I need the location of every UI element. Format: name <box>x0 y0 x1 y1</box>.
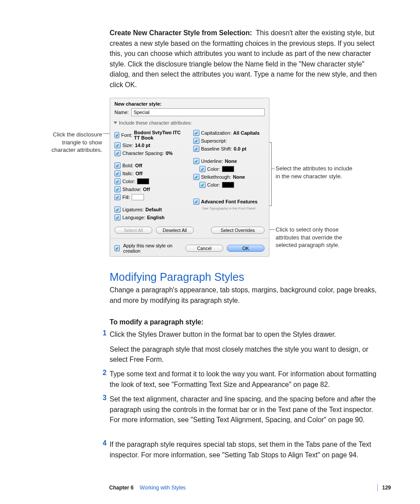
step-number: 3 <box>99 394 107 402</box>
attr-strike-color[interactable]: ✓Color: <box>199 182 265 188</box>
attr-bold[interactable]: ✓Bold: Off <box>114 162 186 169</box>
checkbox-icon[interactable]: ✓ <box>199 182 206 188</box>
attr-fill[interactable]: ✓Fill: <box>114 194 186 200</box>
step-2: 2 Type some text and format it to look t… <box>99 369 380 390</box>
step-text: Select the paragraph style that most clo… <box>110 344 380 365</box>
checkbox-icon[interactable]: ✓ <box>193 138 199 144</box>
apply-label: Apply this new style on creation <box>123 243 178 254</box>
intro-text: This doesn't alter the existing style, b… <box>110 29 377 88</box>
attr-language[interactable]: ✓Language: English <box>114 214 186 221</box>
cancel-button[interactable]: Cancel <box>185 245 223 252</box>
checkbox-icon[interactable]: ✓ <box>114 170 121 177</box>
checkbox-icon[interactable]: ✓ <box>114 194 121 200</box>
disclosure-toggle[interactable]: Include these character attributes: <box>110 119 269 128</box>
step-text: If the paragraph style requires special … <box>110 439 380 460</box>
callout-disclosure: Click the disclosure triangle to show ch… <box>41 131 102 154</box>
checkbox-icon[interactable]: ✓ <box>193 130 199 136</box>
intro-paragraph: Create New Character Style from Selectio… <box>110 28 380 90</box>
attr-ligatures[interactable]: ✓Ligatures: Default <box>114 206 186 213</box>
attr-strike[interactable]: ✓Strikethrough: None <box>193 174 265 180</box>
divider <box>110 238 269 239</box>
select-all-button[interactable]: Select All <box>114 227 152 234</box>
page-footer: Chapter 6 Working with Styles 129 <box>109 484 391 492</box>
footer-divider <box>377 484 378 492</box>
attr-baseline[interactable]: ✓Baseline Shift: 0.0 pt <box>193 146 265 152</box>
step-1: 1 Click the Styles Drawer button in the … <box>99 329 380 365</box>
ok-button[interactable]: OK <box>227 245 265 252</box>
checkbox-icon[interactable]: ✓ <box>114 186 121 192</box>
page-number: 129 <box>382 485 391 491</box>
attr-advanced[interactable]: ✓Advanced Font Features <box>193 199 265 205</box>
step-4: 4 If the paragraph style requires specia… <box>99 439 380 460</box>
step-text: Click the Styles Drawer button in the fo… <box>110 329 380 340</box>
attr-font[interactable]: ✓Font: Bodoni SvtyTwo ITC TT Book <box>114 130 186 140</box>
attr-italic[interactable]: ✓Italic: Off <box>114 170 186 177</box>
chevron-down-icon <box>114 121 117 124</box>
step-text: Set the text alignment, character and li… <box>110 394 380 425</box>
attr-underline[interactable]: ✓Underline: None <box>193 158 265 164</box>
callout-overrides: Click to select only those attributes th… <box>276 226 364 249</box>
checkbox-icon[interactable]: ✓ <box>114 150 121 156</box>
dialog-title: New character style: <box>110 98 269 108</box>
name-label: Name: <box>114 110 129 115</box>
attr-color[interactable]: ✓Color: <box>114 178 186 184</box>
step-number: 4 <box>99 439 107 447</box>
chapter-title: Working with Styles <box>140 485 185 491</box>
name-input[interactable] <box>131 108 265 116</box>
callout-select-attrs: Select the attributes to include in the … <box>276 165 355 180</box>
step-3: 3 Set the text alignment, character and … <box>99 394 380 425</box>
chapter-label: Chapter 6 <box>109 485 133 491</box>
attr-shadow[interactable]: ✓Shadow: Off <box>114 186 186 192</box>
attr-capitalization[interactable]: ✓Capitalization: All Capitals <box>193 130 265 136</box>
checkbox-icon[interactable]: ✓ <box>114 162 121 169</box>
new-char-style-dialog: New character style: Name: Include these… <box>110 98 269 257</box>
checkbox-icon[interactable]: ✓ <box>193 199 199 205</box>
attr-charspacing[interactable]: ✓Character Spacing: 0% <box>114 150 186 156</box>
section-subhead: To modify a paragraph style: <box>110 318 203 326</box>
disclosure-label: Include these character attributes: <box>119 120 192 125</box>
checkbox-icon[interactable]: ✓ <box>114 178 121 184</box>
attr-underline-color[interactable]: ✓Color: <box>199 166 265 172</box>
checkbox-icon[interactable]: ✓ <box>199 166 206 172</box>
step-number: 2 <box>99 369 107 377</box>
checkbox-icon[interactable]: ✓ <box>114 206 121 213</box>
section-heading: Modifying Paragraph Styles <box>110 271 244 283</box>
intro-bold: Create New Character Style from Selectio… <box>110 29 252 37</box>
color-swatch <box>222 182 234 188</box>
deselect-all-button[interactable]: Deselect All <box>156 227 194 234</box>
checkbox-icon[interactable]: ✓ <box>114 142 121 148</box>
color-swatch <box>137 178 149 184</box>
step-number: 1 <box>99 329 107 337</box>
checkbox-icon[interactable]: ✓ <box>114 214 121 221</box>
checkbox-icon[interactable]: ✓ <box>193 146 199 152</box>
callout-line <box>271 169 275 169</box>
checkbox-icon[interactable]: ✓ <box>193 174 199 180</box>
fill-swatch <box>132 194 144 200</box>
attr-superscript[interactable]: ✓Superscript: <box>193 138 265 144</box>
attr-col-left: ✓Font: Bodoni SvtyTwo ITC TT Book ✓Size:… <box>114 130 186 221</box>
select-overrides-button[interactable]: Select Overrides <box>211 227 265 234</box>
attr-col-right: ✓Capitalization: All Capitals ✓Superscri… <box>193 130 265 221</box>
section-lead: Change a paragraph's appearance, tab sto… <box>110 285 380 305</box>
color-swatch <box>222 166 234 172</box>
advanced-note: See Typography in the Font Panel <box>193 206 265 210</box>
checkbox-icon[interactable]: ✓ <box>193 158 199 164</box>
document-page: Create New Character Style from Selectio… <box>0 0 420 504</box>
apply-checkbox[interactable]: ✓ <box>114 245 120 251</box>
attr-size[interactable]: ✓Size: 14.0 pt <box>114 142 186 148</box>
checkbox-icon[interactable]: ✓ <box>114 132 119 138</box>
step-text: Type some text and format it to look the… <box>110 369 380 390</box>
